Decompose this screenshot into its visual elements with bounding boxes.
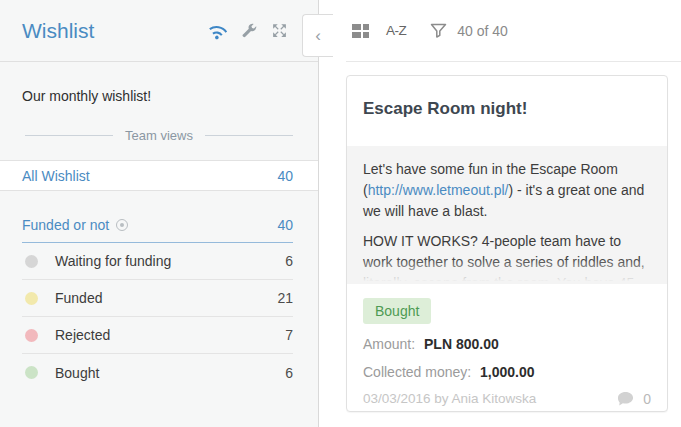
status-dot [25, 329, 38, 342]
sidebar-item-funded-or-not[interactable]: Funded or not 40 [22, 217, 293, 243]
status-dot [25, 255, 38, 268]
status-count: 6 [285, 253, 293, 269]
comments-indicator[interactable]: 0 [616, 390, 651, 407]
status-dot [25, 292, 38, 305]
filter-label-wrap: Funded or not [22, 217, 128, 233]
divider-line [25, 135, 113, 136]
status-badge: Bought [363, 298, 431, 324]
cards-toolbar: A-Z 40 of 40 [319, 0, 681, 61]
wrench-icon[interactable] [240, 22, 258, 40]
field-value: 1,000.00 [480, 364, 535, 380]
comments-count: 0 [643, 391, 651, 407]
card-description: Let's have some fun in the Escape Room (… [347, 146, 667, 284]
status-count: 21 [277, 290, 293, 306]
field-value: PLN 800.00 [424, 336, 499, 352]
expand-icon[interactable] [271, 22, 288, 39]
status-row-rejected[interactable]: Rejected 7 [22, 317, 293, 354]
status-label: Rejected [55, 327, 285, 343]
card-meta: 03/03/2016 by Ania Kitowska [363, 391, 536, 406]
card-body: Bought Amount: PLN 800.00 Collected mone… [347, 284, 667, 380]
status-label: Waiting for funding [55, 253, 285, 269]
team-views-divider: Team views [25, 128, 293, 143]
sort-az-button[interactable]: A-Z [386, 23, 406, 38]
status-row-bought[interactable]: Bought 6 [22, 354, 293, 391]
comment-bubble-icon [616, 390, 635, 407]
letmeout-link[interactable]: http://www.letmeout.pl/ [368, 182, 509, 198]
wishlist-sidebar: Wishlist [0, 0, 319, 427]
status-count: 6 [285, 365, 293, 381]
cards-panel: ‹ A-Z 40 of 40 Escape Room night! Let's … [319, 0, 681, 427]
toolbar-divider [346, 61, 681, 62]
board-description: Our monthly wishlist! [0, 62, 318, 116]
status-list: Waiting for funding 6 Funded 21 Rejected… [22, 243, 293, 391]
status-row-waiting-for-funding[interactable]: Waiting for funding 6 [22, 243, 293, 280]
field-label: Collected money: [363, 364, 471, 380]
collapse-sidebar-tab[interactable]: ‹ [302, 14, 333, 57]
result-count: 40 of 40 [457, 23, 508, 39]
status-row-funded[interactable]: Funded 21 [22, 280, 293, 317]
target-icon [116, 219, 128, 231]
description-paragraph: Let's have some fun in the Escape Room (… [363, 159, 651, 222]
sidebar-header: Wishlist [0, 0, 318, 62]
status-dot [25, 366, 38, 379]
view-label: All Wishlist [22, 168, 90, 184]
team-views-label: Team views [125, 128, 193, 143]
field-row-amount: Amount: PLN 800.00 [363, 336, 651, 352]
sidebar-item-all-wishlist[interactable]: All Wishlist 40 [0, 160, 318, 191]
status-label: Funded [55, 290, 277, 306]
card-header: Escape Room night! [347, 76, 667, 146]
field-row-collected-money: Collected money: 1,000.00 [363, 364, 651, 380]
filter-count: 40 [277, 217, 293, 233]
sidebar-header-icons [208, 21, 288, 40]
filter-label: Funded or not [22, 217, 109, 233]
wishlist-card[interactable]: Escape Room night! Let's have some fun i… [346, 75, 668, 412]
view-count: 40 [277, 168, 293, 184]
card-title: Escape Room night! [363, 99, 651, 119]
status-count: 7 [285, 327, 293, 343]
grid-view-icon[interactable] [352, 24, 369, 38]
feed-icon[interactable] [204, 17, 230, 43]
app-window: Wishlist [0, 0, 681, 427]
board-title: Wishlist [22, 19, 94, 43]
filter-funnel-icon[interactable] [430, 23, 447, 39]
chevron-left-icon: ‹ [315, 26, 321, 46]
description-fade-overlay [347, 258, 667, 284]
divider-line [205, 135, 293, 136]
status-label: Bought [55, 365, 285, 381]
field-label: Amount: [363, 336, 415, 352]
card-footer: 03/03/2016 by Ania Kitowska 0 [347, 380, 667, 412]
